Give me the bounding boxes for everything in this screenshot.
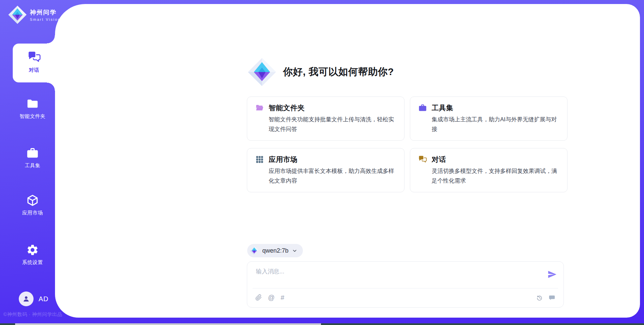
sidebar-item-label: 智能文件夹 xyxy=(19,113,46,120)
sidebar-item-smart-folders[interactable]: 智能文件夹 xyxy=(10,97,55,120)
chat-icon xyxy=(418,155,427,164)
composer-tools-right xyxy=(536,294,555,301)
card-app-market[interactable]: 应用市场 应用市场提供丰富长文本模板，助力高效生成多样化文章内容 xyxy=(247,148,405,192)
assistant-diamond-icon xyxy=(248,58,276,86)
greeting-title: 你好, 我可以如何帮助你? xyxy=(283,65,394,79)
active-tab-curve-top xyxy=(47,36,55,44)
mention-button[interactable]: @ xyxy=(268,294,275,301)
feature-cards: 智能文件夹 智能文件夹功能支持批量文件上传与清洗，轻松实现文件问答 工具集 集成… xyxy=(247,96,568,192)
scrollbar-thumb[interactable] xyxy=(15,323,321,325)
sidebar-item-toolset[interactable]: 工具集 xyxy=(10,147,55,169)
card-toolset[interactable]: 工具集 集成市场上主流工具，助力AI与外界无缝扩展与对接 xyxy=(410,96,568,141)
app-window: 神州问学 Smart Vision 对话 智能文件夹 工具集 应用市场 系统设置… xyxy=(0,0,644,325)
briefcase-icon xyxy=(26,147,39,159)
brand-subtitle: Smart Vision xyxy=(30,17,61,21)
card-description: 应用市场提供丰富长文本模板，助力高效生成多样化文章内容 xyxy=(269,167,396,186)
folder-icon xyxy=(26,97,39,110)
chat-bubble-icon xyxy=(548,294,555,301)
composer: @ # xyxy=(247,261,564,308)
composer-tools-left: @ # xyxy=(255,294,284,301)
folder-open-icon xyxy=(255,104,264,112)
message-input[interactable] xyxy=(255,265,530,278)
card-title: 应用市场 xyxy=(269,155,298,164)
brand-text: 神州问学 Smart Vision xyxy=(30,8,61,21)
card-title: 智能文件夹 xyxy=(269,103,305,113)
brand-diamond-icon xyxy=(8,5,27,24)
chevron-down-icon xyxy=(292,248,298,254)
hashtag-button[interactable]: # xyxy=(281,294,284,301)
avatar xyxy=(19,291,34,306)
attach-button[interactable] xyxy=(255,294,262,301)
sidebar-item-label: 对话 xyxy=(29,67,39,73)
horizontal-scrollbar[interactable] xyxy=(0,323,644,325)
main-panel: 你好, 我可以如何帮助你? 智能文件夹 智能文件夹功能支持批量文件上传与清洗，轻… xyxy=(55,4,640,318)
person-icon xyxy=(22,295,31,303)
composer-divider xyxy=(253,288,558,288)
card-title: 工具集 xyxy=(432,103,453,113)
card-title: 对话 xyxy=(432,155,446,164)
card-chat[interactable]: 对话 灵活切换多模型文件，支持多样回复效果调试，满足个性化需求 xyxy=(410,148,568,192)
greeting: 你好, 我可以如何帮助你? xyxy=(248,58,394,86)
card-description: 集成市场上主流工具，助力AI与外界无缝扩展与对接 xyxy=(432,115,559,134)
card-description: 智能文件夹功能支持批量文件上传与清洗，轻松实现文件问答 xyxy=(269,115,396,134)
sidebar-item-label: 工具集 xyxy=(25,162,41,169)
model-name: qwen2:7b xyxy=(262,247,288,254)
history-icon xyxy=(536,295,543,301)
paperclip-icon xyxy=(255,294,262,301)
sidebar-item-chat[interactable]: 对话 xyxy=(13,44,55,82)
sidebar-item-app-market[interactable]: 应用市场 xyxy=(10,194,55,216)
card-description: 灵活切换多模型文件，支持多样回复效果调试，满足个性化需求 xyxy=(432,167,559,186)
history-button[interactable] xyxy=(536,295,543,301)
send-icon xyxy=(547,270,557,279)
brand-name: 神州问学 xyxy=(30,8,61,16)
sidebar-item-label: 系统设置 xyxy=(22,259,43,266)
card-smart-folder[interactable]: 智能文件夹 智能文件夹功能支持批量文件上传与清洗，轻松实现文件问答 xyxy=(247,96,405,141)
chat-icon xyxy=(28,51,41,64)
copyright: ©神州数码 · 神州问学出品 xyxy=(3,311,62,318)
send-button[interactable] xyxy=(547,270,557,279)
cube-icon xyxy=(26,194,39,207)
brand: 神州问学 Smart Vision xyxy=(8,5,61,24)
sidebar-item-label: 应用市场 xyxy=(22,210,43,216)
conversation-button[interactable] xyxy=(548,294,555,301)
grid-icon xyxy=(255,155,264,164)
user-profile[interactable]: AD xyxy=(19,291,49,306)
active-tab-curve-bottom xyxy=(47,82,55,90)
model-diamond-icon xyxy=(250,246,259,255)
gear-icon xyxy=(26,244,39,256)
model-selector[interactable]: qwen2:7b xyxy=(247,244,303,257)
sidebar-item-settings[interactable]: 系统设置 xyxy=(10,244,55,266)
toolbox-icon xyxy=(418,104,427,112)
user-initials: AD xyxy=(39,295,49,303)
